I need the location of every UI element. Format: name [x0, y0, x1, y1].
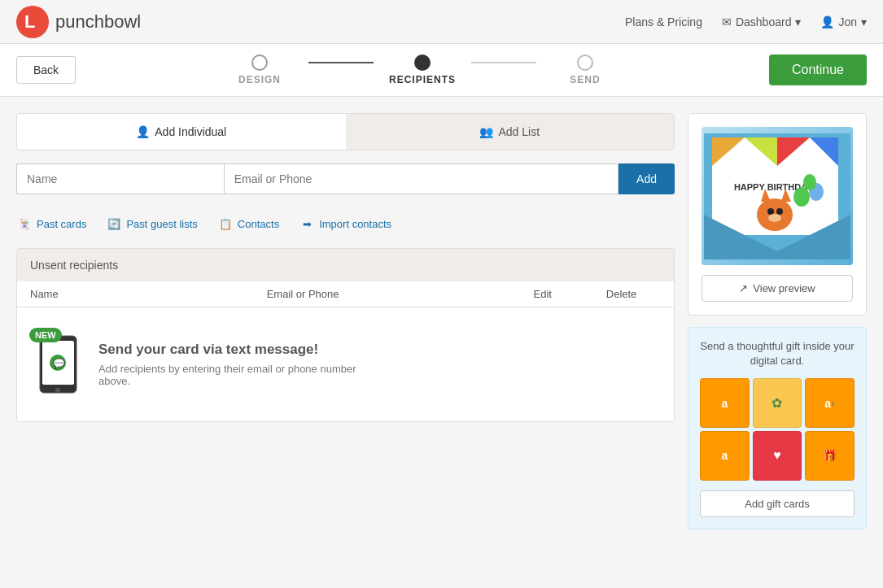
step-send-label: SEND	[570, 74, 600, 85]
tab-add-individual[interactable]: 👤 Add Individual	[17, 114, 346, 150]
step-design-label: DESIGN	[238, 74, 281, 85]
continue-button[interactable]: Continue	[769, 54, 867, 85]
past-guest-lists-label: Past guest lists	[126, 218, 197, 230]
name-input[interactable]	[16, 163, 224, 194]
contacts-link[interactable]: 📋 Contacts	[217, 216, 279, 232]
unsent-header: Unsent recipients	[17, 249, 674, 281]
unsent-recipients-section: Unsent recipients Name Email or Phone Ed…	[16, 248, 675, 422]
logo-icon: L	[16, 6, 49, 38]
past-cards-link[interactable]: 🃏 Past cards	[16, 216, 86, 232]
gift-card-amazon-music: a ♪	[805, 378, 855, 428]
back-button[interactable]: Back	[16, 56, 76, 84]
quick-links: 🃏 Past cards 🔄 Past guest lists 📋 Contac…	[16, 207, 675, 240]
dashboard-chevron: ▾	[795, 15, 801, 28]
add-recipient-form: Add	[16, 163, 675, 194]
tab-add-list-label: Add List	[498, 125, 540, 138]
user-menu[interactable]: 👤 Jon ▾	[820, 15, 867, 28]
stepper: DESIGN RECIPIENTS SEND	[211, 54, 634, 85]
phone-icon: 💬	[36, 334, 81, 395]
stepper-area: Back DESIGN RECIPIENTS SEND Continue	[0, 44, 883, 97]
step-send-circle	[577, 54, 593, 71]
left-panel: 👤 Add Individual 👥 Add List Add 🃏 Past c…	[16, 113, 675, 529]
view-preview-button[interactable]: ↗ View preview	[702, 275, 853, 302]
svg-point-17	[767, 208, 774, 215]
user-chevron: ▾	[861, 15, 867, 28]
contacts-label: Contacts	[238, 218, 279, 230]
svg-point-20	[793, 187, 810, 207]
step-recipients: RECIPIENTS	[374, 54, 471, 85]
logo-area: L punchbowl	[16, 6, 141, 38]
gift-card-gift: 🎁	[805, 431, 855, 481]
external-link-icon: ↗	[739, 282, 748, 294]
add-gift-cards-button[interactable]: Add gift cards	[700, 490, 855, 517]
tab-add-individual-label: Add Individual	[155, 125, 226, 138]
empty-text-area: Send your card via text message! Add rec…	[98, 342, 359, 387]
email-input[interactable]	[224, 163, 619, 194]
past-guest-lists-icon: 🔄	[106, 216, 122, 232]
gift-card-amazon-1: a	[700, 378, 750, 428]
step-send: SEND	[536, 54, 634, 85]
card-preview-box: HAPPY BIRTHDAY! ↗	[688, 113, 867, 316]
step-line-1	[308, 62, 374, 63]
main-content: 👤 Add Individual 👥 Add List Add 🃏 Past c…	[0, 97, 883, 546]
empty-state: NEW 💬 Send your card	[17, 307, 674, 421]
gift-card-heart: ♥	[753, 431, 802, 481]
new-badge-area: NEW 💬	[33, 332, 82, 397]
svg-point-19	[768, 214, 781, 222]
past-cards-icon: 🃏	[16, 216, 33, 232]
col-delete: Delete	[582, 288, 661, 300]
new-badge: NEW	[29, 328, 62, 342]
step-recipients-label: RECIPIENTS	[389, 74, 456, 85]
header: L punchbowl Plans & Pricing ✉ Dashboard …	[0, 0, 883, 44]
dashboard-menu[interactable]: ✉ Dashboard ▾	[722, 15, 802, 28]
add-recipient-button[interactable]: Add	[619, 163, 675, 194]
svg-point-22	[803, 174, 816, 190]
past-guest-lists-link[interactable]: 🔄 Past guest lists	[106, 216, 197, 232]
plans-pricing-label: Plans & Pricing	[625, 15, 702, 28]
gift-card-amazon-2: a	[700, 431, 750, 481]
person-icon: 👤	[136, 125, 150, 138]
envelope-icon: ✉	[722, 15, 732, 28]
svg-text:💬: 💬	[53, 357, 65, 369]
birthday-card-svg: HAPPY BIRTHDAY!	[704, 133, 850, 259]
svg-text:L: L	[24, 11, 35, 32]
step-design: DESIGN	[211, 54, 308, 85]
group-icon: 👥	[479, 125, 493, 138]
col-edit: Edit	[503, 288, 582, 300]
right-panel: HAPPY BIRTHDAY! ↗	[688, 113, 867, 529]
col-email: Email or Phone	[267, 288, 504, 300]
user-icon: 👤	[820, 15, 834, 28]
import-contacts-icon: ➡	[299, 216, 315, 232]
contacts-icon: 📋	[217, 216, 234, 232]
svg-point-4	[55, 388, 60, 393]
empty-desc: Add recipients by entering their email o…	[98, 363, 359, 387]
table-header: Name Email or Phone Edit Delete	[17, 281, 674, 307]
gift-card-flower: ✿	[753, 378, 802, 428]
import-contacts-label: Import contacts	[319, 218, 391, 230]
gift-title: Send a thoughtful gift inside your digit…	[700, 339, 855, 368]
view-preview-label: View preview	[753, 282, 815, 294]
plans-pricing-link[interactable]: Plans & Pricing	[625, 15, 702, 28]
svg-point-18	[776, 208, 783, 215]
past-cards-label: Past cards	[37, 218, 86, 230]
gift-box: Send a thoughtful gift inside your digit…	[688, 327, 867, 529]
dashboard-label: Dashboard	[736, 15, 792, 28]
step-line-2	[471, 62, 536, 63]
logo-text: punchbowl	[55, 11, 141, 33]
step-design-circle	[251, 54, 268, 71]
header-nav: Plans & Pricing ✉ Dashboard ▾ 👤 Jon ▾	[625, 15, 867, 28]
gift-grid: a ✿ a ♪ a ♥ 🎁	[700, 378, 855, 480]
tab-add-list[interactable]: 👥 Add List	[346, 114, 675, 150]
col-name: Name	[30, 288, 267, 300]
empty-title: Send your card via text message!	[98, 342, 359, 358]
step-recipients-circle	[414, 54, 431, 71]
import-contacts-link[interactable]: ➡ Import contacts	[299, 216, 391, 232]
card-image-area: HAPPY BIRTHDAY!	[702, 127, 853, 265]
user-name: Jon	[838, 15, 857, 28]
tab-container: 👤 Add Individual 👥 Add List	[16, 113, 675, 150]
